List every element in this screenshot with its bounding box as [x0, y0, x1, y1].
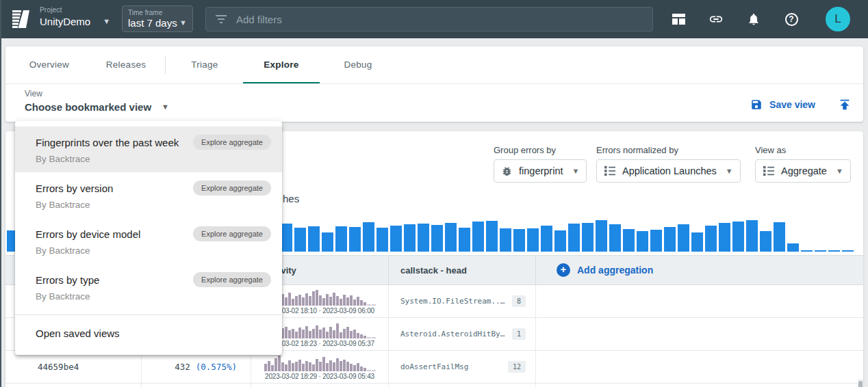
timeframe-value: last 7 days [128, 17, 177, 29]
errors-normalized-by-control: Errors normalized by Application Launche… [596, 145, 741, 183]
explore-aggregate-badge: Explore aggregate [193, 272, 271, 287]
project-selector[interactable]: Project UnityDemo ▼ [40, 6, 110, 27]
callstack-text: Asteroid.AsteroidHitBy… [400, 330, 505, 338]
chevron-down-icon: ▼ [103, 18, 110, 25]
callstack-text: System.IO.FileStream..… [400, 297, 505, 306]
link-icon[interactable] [709, 12, 724, 27]
list-icon [763, 165, 775, 176]
add-aggregation-button[interactable]: + Add aggregation [536, 256, 863, 284]
chevron-down-icon: ▼ [836, 168, 843, 175]
menu-divider [15, 315, 282, 315]
view-as-control: View as Aggregate ▼ [755, 145, 851, 183]
save-view-button[interactable]: Save view [769, 99, 815, 110]
callstack-cell: Asteroid.AsteroidHitBy… 1 [389, 318, 536, 350]
menu-item-title: Errors by type [36, 274, 99, 286]
project-label: Project [40, 6, 110, 14]
explore-aggregate-badge: Explore aggregate [193, 226, 271, 241]
view-label: View [25, 89, 42, 98]
count-value: 432 [175, 362, 190, 372]
help-icon[interactable]: ? [784, 12, 799, 27]
count-percent: (0.575%) [196, 362, 237, 372]
errors-normalized-by-label: Errors normalized by [596, 145, 741, 155]
menu-item-author: By Backtrace [36, 200, 271, 210]
menu-item-title: Errors by device model [36, 228, 140, 240]
view-as-select[interactable]: Aggregate ▼ [755, 159, 851, 183]
tab-releases[interactable]: Releases [88, 46, 164, 83]
backtrace-logo-icon[interactable] [11, 8, 33, 30]
count-cell: 432(0.575%) [142, 351, 251, 383]
save-icon[interactable] [750, 98, 763, 111]
dashboard-icon[interactable] [671, 12, 686, 27]
open-saved-views-item[interactable]: Open saved views [15, 317, 282, 349]
table-row-partial [5, 384, 863, 387]
avatar[interactable]: L [826, 7, 850, 31]
explore-aggregate-badge: Explore aggregate [193, 135, 271, 150]
activity-sparkline [264, 354, 376, 371]
callstack-count-badge: 1 [512, 328, 526, 340]
menu-item-errors-by-version[interactable]: Errors by version Explore aggregate By B… [15, 172, 282, 218]
publish-view-icon[interactable] [837, 97, 852, 112]
chevron-down-icon: ▼ [162, 103, 169, 111]
aggregation-cell [536, 318, 863, 350]
filter-bar[interactable] [205, 7, 653, 31]
menu-item-author: By Backtrace [36, 291, 271, 302]
tab-divider [165, 55, 166, 75]
chevron-down-icon: ▼ [726, 168, 733, 175]
bookmarked-views-menu: Fingerprints over the past week Explore … [15, 121, 282, 355]
timeframe-label: Time frame [128, 9, 187, 16]
normalized-by-value: Application Launches [622, 165, 717, 176]
add-filters-input[interactable] [236, 14, 620, 25]
window-edge [0, 0, 1, 387]
tab-overview[interactable]: Overview [11, 46, 88, 83]
chevron-down-icon: ▼ [572, 168, 579, 175]
normalized-by-select[interactable]: Application Launches ▼ [596, 159, 741, 183]
fingerprint-bug-icon [501, 165, 513, 177]
callstack-count-badge: 8 [512, 295, 526, 307]
page-heading-fragment: hes [283, 193, 299, 204]
timeframe-selector[interactable]: Time frame last 7 days ▼ [122, 5, 193, 32]
menu-item-title: Errors by version [36, 183, 113, 194]
menu-item-errors-by-type[interactable]: Errors by type Explore aggregate By Back… [15, 264, 282, 310]
activity-cell: 2023-03-02 18:29 · 2023-03-09 05:43 [251, 351, 389, 383]
activity-range: 2023-03-02 18:29 · 2023-03-09 05:43 [265, 373, 374, 380]
notifications-bell-icon[interactable] [746, 12, 761, 27]
callstack-text: doAssertFailMsg [400, 362, 468, 371]
tab-triage[interactable]: Triage [166, 46, 243, 83]
group-by-select[interactable]: fingerprint ▼ [494, 159, 587, 183]
bookmarked-view-value: Choose bookmarked view [25, 101, 151, 113]
group-errors-by-label: Group errors by [494, 145, 587, 155]
tabs-panel: Overview Releases Triage Explore Debug V… [5, 46, 863, 122]
scrollbar-thumb[interactable] [858, 381, 863, 387]
explore-aggregate-badge: Explore aggregate [193, 181, 271, 196]
table-row[interactable]: 44659be4 432(0.575%) 2023-03-02 18:29 · … [5, 351, 863, 384]
view-as-value: Aggregate [781, 165, 827, 176]
chevron-down-icon: ▼ [179, 19, 187, 27]
view-as-label: View as [755, 145, 851, 155]
fingerprint-cell: 44659be4 [5, 351, 142, 383]
menu-item-fingerprints-past-week[interactable]: Fingerprints over the past week Explore … [15, 126, 282, 172]
callstack-count-badge: 12 [508, 361, 526, 373]
plus-icon: + [557, 263, 570, 277]
tab-explore[interactable]: Explore [243, 46, 320, 83]
table-scrollbar[interactable] [858, 379, 863, 387]
menu-item-author: By Backtrace [36, 245, 271, 256]
tab-bar: Overview Releases Triage Explore Debug [5, 46, 863, 84]
aggregation-cell [536, 285, 863, 317]
filter-icon [215, 14, 227, 24]
view-bar: View Choose bookmarked view ▼ Save view [5, 84, 863, 121]
topbar: Project UnityDemo ▼ Time frame last 7 da… [0, 0, 868, 38]
menu-item-title: Fingerprints over the past week [36, 137, 179, 148]
menu-item-errors-by-device-model[interactable]: Errors by device model Explore aggregate… [15, 218, 282, 264]
tab-debug[interactable]: Debug [320, 46, 396, 83]
menu-item-author: By Backtrace [36, 154, 271, 164]
project-value: UnityDemo [40, 16, 90, 27]
callstack-cell: doAssertFailMsg 12 [389, 351, 536, 383]
group-errors-by-control: Group errors by fingerprint ▼ [494, 145, 587, 183]
aggregation-cell [536, 351, 863, 383]
bookmarked-view-dropdown[interactable]: Choose bookmarked view ▼ [25, 101, 169, 113]
header-callstack-head[interactable]: callstack - head [389, 256, 536, 284]
list-icon [604, 165, 616, 176]
group-by-value: fingerprint [519, 165, 563, 176]
callstack-cell: System.IO.FileStream..… 8 [389, 285, 536, 317]
